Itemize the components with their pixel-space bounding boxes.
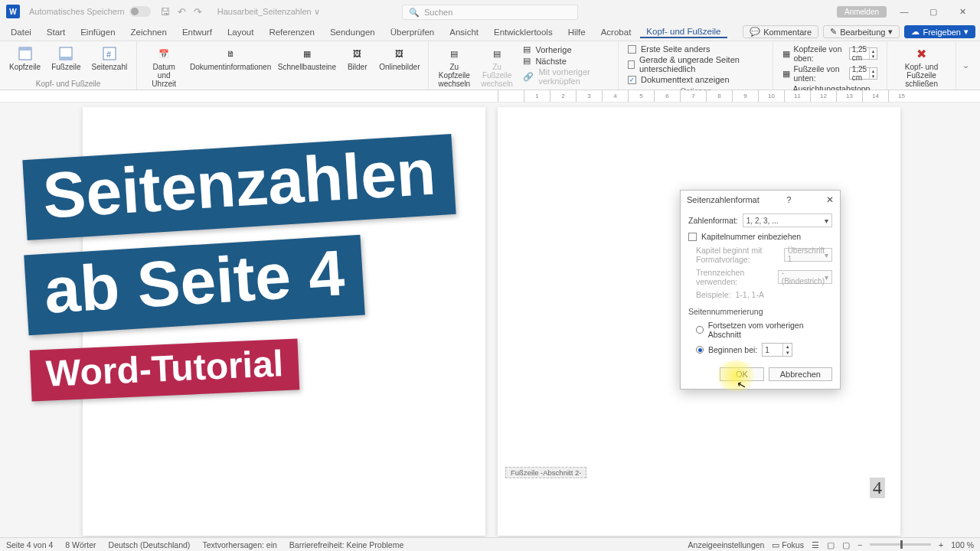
start-at-spinner[interactable]: 1▲▼ — [762, 343, 792, 357]
footer-icon — [58, 46, 74, 61]
horizontal-ruler[interactable]: 1 2 3 4 5 6 7 8 9 10 11 12 13 14 15 — [0, 90, 980, 103]
footer-bottom-spinner[interactable]: 1,25 cm▲▼ — [849, 67, 877, 80]
display-settings[interactable]: Anzeigeeinstellungen — [688, 540, 765, 549]
header-button[interactable]: Kopfzeile — [5, 43, 45, 78]
app-icon: W — [6, 5, 20, 18]
date-time-button[interactable]: 📅Datum und Uhrzeit — [142, 43, 186, 91]
word-count[interactable]: 8 Wörter — [65, 540, 96, 549]
separator-select: - (Bindestrich)▾ — [778, 270, 832, 284]
toggle-off-icon — [129, 6, 151, 17]
web-layout-icon[interactable]: ▢ — [842, 540, 850, 549]
number-format-label: Zahlenformat: — [688, 216, 738, 225]
header-top-spinner[interactable]: 1,25 cm▲▼ — [849, 47, 877, 60]
examples-value: 1-1, 1-A — [736, 290, 764, 299]
pictures-button[interactable]: 🖼Bilder — [341, 43, 374, 91]
minimize-icon[interactable]: — — [893, 7, 916, 16]
tab-entwurf[interactable]: Entwurf — [176, 26, 218, 38]
chapter-style-label: Kapitel beginnt mit Formatvorlage: — [696, 246, 779, 264]
continue-radio[interactable] — [696, 326, 704, 334]
chapter-style-select: Überschrift 1▾ — [784, 248, 832, 262]
search-box[interactable]: 🔍 Suchen — [402, 5, 578, 20]
tab-layout[interactable]: Layout — [221, 26, 260, 38]
tab-ansicht[interactable]: Ansicht — [443, 26, 485, 38]
tab-entwicklertools[interactable]: Entwicklertools — [488, 26, 559, 38]
language[interactable]: Deutsch (Deutschland) — [109, 540, 191, 549]
svg-rect-3 — [60, 57, 72, 60]
tab-start[interactable]: Start — [41, 26, 71, 38]
close-icon[interactable]: ✕ — [951, 7, 974, 17]
docinfo-button[interactable]: 🗎Dokumentinformationen — [188, 43, 273, 91]
dialog-help-icon[interactable]: ? — [786, 195, 791, 204]
zoom-slider[interactable] — [870, 543, 931, 546]
tab-sendungen[interactable]: Sendungen — [324, 26, 381, 38]
previous-button[interactable]: ▤ Vorherige — [523, 44, 609, 54]
hash-icon: # — [102, 46, 117, 61]
footer-button[interactable]: Fußzeile — [47, 43, 85, 78]
odd-even-different-checkbox[interactable]: Gerade & ungerade Seiten unterschiedlich — [628, 55, 763, 73]
header-from-top-row: ▦ Kopfzeile von oben:1,25 cm▲▼ — [782, 44, 877, 63]
footer-section-tag: Fußzeile -Abschnitt 2- — [505, 467, 586, 478]
quickparts-button[interactable]: ▦Schnellbausteine — [275, 43, 339, 91]
editing-button[interactable]: ✎ Bearbeitung ▾ — [823, 25, 900, 38]
goto-header-button[interactable]: ▤Zu Kopfzeile wechseln — [433, 43, 475, 91]
goto-header-icon: ▤ — [446, 46, 462, 61]
tab-hilfe[interactable]: Hilfe — [562, 26, 592, 38]
comments-button[interactable]: 💬 Kommentare — [743, 25, 818, 38]
show-doctext-checkbox[interactable]: ✓Dokumenttext anzeigen — [628, 75, 763, 84]
group-label: Kopf- und Fußzeile — [5, 78, 132, 90]
print-layout-icon[interactable]: ▢ — [827, 540, 835, 549]
close-header-footer-button[interactable]: ✖Kopf- und Fußzeile schließen — [892, 43, 951, 91]
maximize-icon[interactable]: ▢ — [922, 7, 945, 17]
ribbon-tabs: Datei Start Einfügen Zeichnen Entwurf La… — [0, 23, 980, 41]
group-navigation: ▤Zu Kopfzeile wechseln ▤Zu Fußzeile wech… — [429, 41, 619, 90]
search-icon: 🔍 — [409, 8, 420, 18]
header-icon — [18, 46, 33, 61]
zoom-level[interactable]: 100 % — [951, 540, 974, 549]
include-chapter-label: Kapitelnummer einbeziehen — [701, 232, 801, 241]
ribbon: Kopfzeile Fußzeile #Seitenzahl Kopf- und… — [0, 41, 980, 90]
tab-referenzen[interactable]: Referenzen — [263, 26, 320, 38]
tab-ueberpruefen[interactable]: Überprüfen — [384, 26, 441, 38]
read-view-icon[interactable]: ☰ — [812, 540, 819, 549]
pagenumber-button[interactable]: #Seitenzahl — [87, 43, 132, 78]
zoom-out-icon[interactable]: − — [858, 540, 862, 549]
dialog-titlebar: Seitenzahlenformat ? ✕ — [681, 191, 840, 209]
tab-einfuegen[interactable]: Einfügen — [74, 26, 121, 38]
ok-button[interactable]: OK ↖ — [720, 367, 764, 381]
group-options: Erste Seite anders Gerade & ungerade Sei… — [619, 41, 773, 90]
include-chapter-checkbox[interactable] — [688, 233, 697, 241]
save-icon[interactable]: 🖫 — [160, 6, 170, 18]
tab-header-footer[interactable]: Kopf- und Fußzeile — [640, 25, 727, 38]
document-name[interactable]: Hausarbeit_Seitenzahlen ∨ — [217, 7, 320, 17]
numbering-section-label: Seitennummerierung — [688, 307, 832, 316]
text-predictions[interactable]: Textvorhersagen: ein — [202, 540, 276, 549]
focus-view-button[interactable]: ▭ Fokus — [772, 540, 804, 549]
separator-label: Trennzeichen verwenden: — [696, 268, 773, 286]
status-bar: Seite 4 von 4 8 Wörter Deutsch (Deutschl… — [0, 537, 980, 551]
autosave-toggle[interactable]: Automatisches Speichern — [29, 6, 151, 17]
dialog-close-icon[interactable]: ✕ — [826, 194, 834, 205]
next-button[interactable]: ▤ Nächste — [523, 56, 609, 66]
share-button[interactable]: ☁ Freigeben ▾ — [904, 25, 975, 38]
tab-datei[interactable]: Datei — [5, 26, 38, 38]
accessibility-status[interactable]: Barrierefreiheit: Keine Probleme — [289, 540, 403, 549]
tab-zeichnen[interactable]: Zeichnen — [125, 26, 173, 38]
first-page-different-checkbox[interactable]: Erste Seite anders — [628, 44, 763, 54]
online-pictures-button[interactable]: 🖼Onlinebilder — [376, 43, 423, 91]
goto-footer-button: ▤Zu Fußzeile wechseln — [477, 43, 518, 91]
signin-button[interactable]: Anmelden — [837, 6, 887, 18]
tab-acrobat[interactable]: Acrobat — [595, 26, 638, 38]
ribbon-collapse-icon[interactable]: ⌄ — [956, 41, 975, 90]
start-at-radio[interactable] — [696, 346, 704, 354]
page-count[interactable]: Seite 4 von 4 — [6, 540, 53, 549]
online-picture-icon: 🖼 — [392, 46, 407, 61]
group-position: ▦ Kopfzeile von oben:1,25 cm▲▼ ▦ Fußzeil… — [773, 41, 887, 90]
cancel-button[interactable]: Abbrechen — [769, 367, 832, 381]
undo-icon[interactable]: ↶ — [178, 6, 186, 18]
redo-icon[interactable]: ↷ — [194, 6, 202, 18]
number-format-select[interactable]: 1, 2, 3, ...▾ — [743, 214, 832, 227]
page-number-value: 4 — [870, 478, 885, 498]
close-hf-icon: ✖ — [914, 46, 929, 61]
zoom-in-icon[interactable]: + — [939, 540, 943, 549]
group-insert: 📅Datum und Uhrzeit 🗎Dokumentinformatione… — [137, 41, 429, 90]
